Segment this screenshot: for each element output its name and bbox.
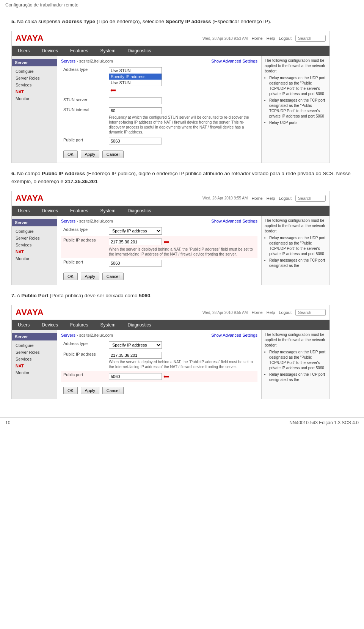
sidebar-server-roles-3[interactable]: Server Roles <box>12 349 57 356</box>
arrow-indicator-1: ⬅ <box>110 86 116 94</box>
apply-button-1[interactable]: Apply <box>81 151 100 158</box>
label-public-port-1: Public port <box>61 136 107 146</box>
help-link-1[interactable]: Help <box>267 36 275 41</box>
stun-server-input-1[interactable] <box>109 97 162 104</box>
label-stun-server-1: STUN server <box>61 96 107 106</box>
breadcrumb-servers-2[interactable]: Servers <box>61 219 75 223</box>
section-5-text: 5. Na caixa suspensa Address Type (Tipo … <box>11 18 353 25</box>
public-port-input-3[interactable] <box>109 373 162 380</box>
address-type-select-3[interactable]: Specify IP address <box>109 341 162 349</box>
app-content-3: Server Configure Server Roles Services N… <box>12 330 329 399</box>
breadcrumb-3: Servers › scsitel2.iteluk.com Show Advan… <box>61 333 257 337</box>
nav-diagnostics-3[interactable]: Diagnostics <box>121 320 157 330</box>
nav-diagnostics-1[interactable]: Diagnostics <box>121 46 157 56</box>
ok-button-3[interactable]: OK <box>63 387 78 394</box>
note-item-7: Relay messages on the TCP port designate… <box>269 372 326 383</box>
logout-link-3[interactable]: Logout <box>279 310 292 315</box>
sidebar-monitor-3[interactable]: Monitor <box>12 369 57 376</box>
sidebar-server-roles-1[interactable]: Server Roles <box>12 75 57 82</box>
label-public-ip-3: Public IP address <box>61 350 107 371</box>
nav-users-1[interactable]: Users <box>12 46 36 56</box>
cancel-button-3[interactable]: Cancel <box>102 387 124 394</box>
nav-features-1[interactable]: Features <box>64 46 94 56</box>
nav-system-3[interactable]: System <box>94 320 121 330</box>
sidebar-nat-2[interactable]: NAT <box>12 248 57 255</box>
nav-users-3[interactable]: Users <box>12 320 36 330</box>
sidebar-server-roles-2[interactable]: Server Roles <box>12 235 57 242</box>
sidebar-configure-1[interactable]: Configure <box>12 68 57 75</box>
sidebar-monitor-1[interactable]: Monitor <box>12 95 57 102</box>
nav-diagnostics-2[interactable]: Diagnostics <box>121 206 157 216</box>
option-specify-ip-1[interactable]: Specify IP address <box>109 74 162 80</box>
stun-interval-input-1[interactable] <box>109 107 162 114</box>
ok-button-2[interactable]: OK <box>63 273 78 280</box>
search-input-1[interactable] <box>295 35 326 42</box>
stun-interval-help-1: Frequency at which the configured STUN s… <box>109 115 255 135</box>
right-note-3: The following configuration must be appl… <box>261 330 329 399</box>
sidebar-nat-1[interactable]: NAT <box>12 88 57 95</box>
nav-features-2[interactable]: Features <box>64 206 94 216</box>
port-input-row-3: ⬅ <box>109 372 255 381</box>
address-type-dropdown-1[interactable]: Use STUN Specify IP address Use STUN <box>109 67 162 86</box>
logout-link-1[interactable]: Logout <box>279 36 292 41</box>
avaya-app-header-3: AVAYA Wed, 28 Apr 2010 9:55 AM Home Help… <box>12 305 329 320</box>
help-link-3[interactable]: Help <box>267 310 275 315</box>
timestamp-1: Wed, 28 Apr 2010 9:53 AM <box>202 36 248 41</box>
breadcrumb-1: Servers › scsitel2.iteluk.com Show Advan… <box>61 59 257 63</box>
nav-bar-1: Users Devices Features System Diagnostic… <box>12 46 329 56</box>
option-use-stun-2[interactable]: Use STUN <box>109 80 162 86</box>
home-link-3[interactable]: Home <box>251 310 262 315</box>
sidebar-monitor-2[interactable]: Monitor <box>12 255 57 262</box>
sidebar-nat-3[interactable]: NAT <box>12 362 57 369</box>
public-ip-input-2[interactable] <box>109 238 162 245</box>
nav-system-1[interactable]: System <box>94 46 121 56</box>
note-item-5: Relay messages on the TCP port designate… <box>269 258 326 268</box>
page-header: Configuração de trabalhador remoto <box>0 0 364 10</box>
breadcrumb-servers-1[interactable]: Servers <box>61 59 75 63</box>
cancel-button-1[interactable]: Cancel <box>102 151 124 158</box>
arrow-indicator-3: ⬅ <box>163 372 169 381</box>
nav-users-2[interactable]: Users <box>12 206 36 216</box>
logout-link-2[interactable]: Logout <box>279 196 292 201</box>
breadcrumb-servers-3[interactable]: Servers <box>61 333 75 337</box>
note-item-4: Relay messages on the UDP port designate… <box>269 235 326 257</box>
header-right-2: Wed, 28 Apr 2010 9:55 AM Home Help Logou… <box>202 195 326 202</box>
sidebar-configure-2[interactable]: Configure <box>12 228 57 235</box>
search-input-3[interactable] <box>295 309 326 316</box>
show-advanced-2[interactable]: Show Advanced Settings <box>211 219 257 223</box>
apply-button-3[interactable]: Apply <box>81 387 100 394</box>
home-link-2[interactable]: Home <box>251 196 262 201</box>
sidebar-services-1[interactable]: Services <box>12 82 57 88</box>
note-item-3: Relay UDP ports <box>269 120 326 125</box>
timestamp-3: Wed, 28 Apr 2010 9:55 AM <box>202 311 248 315</box>
form-table-3: Address type Specify IP address Public I… <box>61 340 257 382</box>
sidebar-section-title-2: Server <box>12 219 57 226</box>
sidebar-services-2[interactable]: Services <box>12 242 57 248</box>
address-type-select-2[interactable]: Specify IP address <box>109 227 162 235</box>
nav-bar-3: Users Devices Features System Diagnostic… <box>12 320 329 330</box>
nav-devices-2[interactable]: Devices <box>36 206 64 216</box>
sidebar-3: Server Configure Server Roles Services N… <box>12 330 57 399</box>
screenshot-2: AVAYA Wed, 28 Apr 2010 9:55 AM Home Help… <box>11 191 330 285</box>
nav-features-3[interactable]: Features <box>64 320 94 330</box>
sidebar-configure-3[interactable]: Configure <box>12 342 57 349</box>
option-use-stun-1[interactable]: Use STUN <box>109 67 162 74</box>
search-input-2[interactable] <box>295 195 326 202</box>
public-port-input-1[interactable] <box>109 138 162 144</box>
nav-devices-1[interactable]: Devices <box>36 46 64 56</box>
show-advanced-1[interactable]: Show Advanced Settings <box>211 59 257 63</box>
avaya-app-header-2: AVAYA Wed, 28 Apr 2010 9:55 AM Home Help… <box>12 191 329 206</box>
show-advanced-3[interactable]: Show Advanced Settings <box>211 333 257 337</box>
public-ip-input-3[interactable] <box>109 352 162 359</box>
label-stun-interval-1: STUN interval <box>61 106 107 136</box>
public-port-cell-1 <box>107 136 257 146</box>
public-port-input-2[interactable] <box>109 260 162 267</box>
cancel-button-2[interactable]: Cancel <box>102 273 124 280</box>
apply-button-2[interactable]: Apply <box>81 273 100 280</box>
help-link-2[interactable]: Help <box>267 196 275 201</box>
sidebar-services-3[interactable]: Services <box>12 356 57 362</box>
nav-system-2[interactable]: System <box>94 206 121 216</box>
nav-devices-3[interactable]: Devices <box>36 320 64 330</box>
home-link-1[interactable]: Home <box>251 36 262 41</box>
ok-button-1[interactable]: OK <box>63 151 78 158</box>
